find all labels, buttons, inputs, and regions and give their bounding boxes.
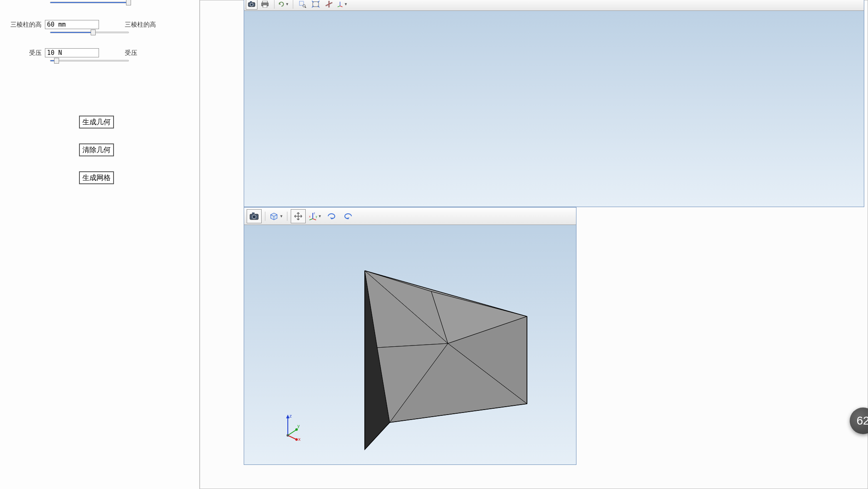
field-desc: 受压 (125, 49, 137, 57)
svg-line-18 (313, 219, 316, 220)
svg-point-1 (250, 3, 253, 6)
camera-icon[interactable] (246, 0, 257, 10)
svg-rect-5 (263, 5, 267, 7)
svg-rect-15 (252, 212, 255, 215)
action-buttons: 生成几何 清除几何 生成网格 (79, 116, 191, 184)
viewport-top[interactable]: ▼ ▼ (244, 0, 864, 207)
chevron-down-icon: ▼ (285, 2, 289, 6)
refresh-icon[interactable]: ▼ (278, 0, 289, 10)
viewport-bottom[interactable]: ▼ zyx ▼ (244, 207, 576, 465)
svg-marker-35 (286, 415, 289, 418)
slider-field-0[interactable] (50, 2, 129, 3)
field-prism-height: 三棱柱的高 三棱柱的高 (8, 20, 191, 29)
clear-geometry-button[interactable]: 清除几何 (79, 143, 114, 156)
toolbar-separator (265, 212, 265, 221)
chevron-down-icon: ▼ (279, 214, 283, 218)
slider-pressure[interactable] (50, 60, 129, 62)
pan-icon[interactable] (291, 209, 306, 223)
axis-indicator: z y x (277, 412, 302, 442)
camera-icon[interactable] (247, 209, 262, 223)
axis-toggle-icon[interactable] (323, 0, 335, 10)
generate-geometry-button[interactable]: 生成几何 (79, 116, 114, 128)
slider-thumb[interactable] (126, 0, 131, 5)
svg-rect-3 (262, 1, 267, 3)
field-label: 受压 (8, 49, 42, 57)
svg-rect-6 (299, 1, 304, 5)
slider-thumb[interactable] (54, 58, 59, 64)
svg-point-39 (295, 438, 298, 441)
field-desc: 三棱柱的高 (125, 21, 156, 29)
prism-height-input[interactable] (45, 20, 99, 29)
toolbar-separator (287, 212, 287, 221)
axis-z-label: z (289, 413, 292, 418)
svg-text:z: z (314, 212, 315, 215)
pressure-input[interactable] (45, 48, 99, 57)
main-area: ▼ ▼ ▼ (200, 0, 868, 489)
svg-point-37 (295, 428, 298, 431)
toolbar-separator (293, 0, 293, 9)
field-label: 三棱柱的高 (8, 21, 42, 29)
zoom-select-icon[interactable] (297, 0, 308, 10)
axis-y-label: y (297, 423, 300, 428)
axis-xyz-icon[interactable]: zyx ▼ (307, 209, 322, 223)
axis-xyz-icon[interactable]: ▼ (336, 0, 348, 10)
svg-line-8 (305, 7, 306, 8)
svg-rect-2 (250, 1, 252, 3)
svg-line-17 (309, 219, 313, 220)
rotate-ccw-icon[interactable] (341, 209, 356, 223)
sidebar-panel: 三棱柱的高 三棱柱的高 受压 受压 生成几何 清除几何 生成网格 (0, 0, 200, 489)
toolbar-separator (274, 0, 274, 9)
svg-point-40 (287, 434, 289, 437)
svg-line-11 (338, 6, 340, 7)
slider-prism-height[interactable] (50, 32, 129, 33)
zoom-extent-icon[interactable] (310, 0, 321, 10)
toolbar-top: ▼ ▼ (244, 0, 864, 11)
svg-text:y: y (316, 215, 317, 218)
badge-value: 62 (856, 414, 868, 427)
axis-x-label: x (298, 437, 301, 442)
chevron-down-icon: ▼ (318, 214, 322, 218)
svg-text:x: x (309, 215, 311, 218)
box-view-icon[interactable]: ▼ (269, 209, 284, 223)
svg-point-14 (252, 215, 256, 219)
generate-mesh-button[interactable]: 生成网格 (79, 171, 114, 184)
mesh-render[interactable]: z y x (244, 225, 576, 464)
chevron-down-icon: ▼ (344, 2, 348, 6)
svg-line-12 (340, 6, 343, 7)
print-icon[interactable] (259, 0, 271, 10)
slider-thumb[interactable] (91, 30, 96, 35)
toolbar-bottom: ▼ zyx ▼ (244, 207, 576, 225)
rotate-cw-icon[interactable] (324, 209, 339, 223)
field-pressure: 受压 受压 (8, 48, 191, 57)
